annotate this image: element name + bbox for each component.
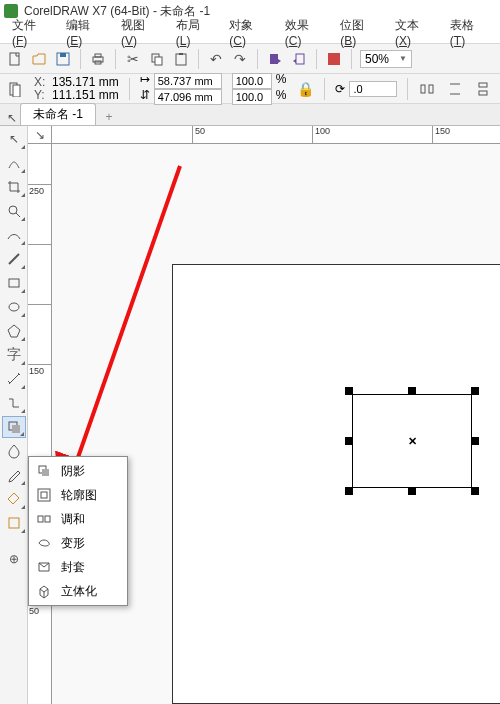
- paste-icon[interactable]: [172, 50, 190, 68]
- handle-top-right[interactable]: [471, 387, 479, 395]
- vertical-ruler[interactable]: 25015010050: [28, 144, 52, 704]
- separator: [129, 78, 130, 100]
- separator: [257, 49, 258, 69]
- svg-rect-17: [479, 83, 487, 87]
- pct-label: %: [276, 73, 287, 89]
- width-input[interactable]: [154, 73, 222, 89]
- save-icon[interactable]: [54, 50, 72, 68]
- open-icon[interactable]: [30, 50, 48, 68]
- flyout-label: 封套: [61, 559, 85, 576]
- undo-icon[interactable]: ↶: [207, 50, 225, 68]
- document-tab[interactable]: 未命名 -1: [20, 103, 96, 125]
- interactive-fill-tool[interactable]: [2, 488, 26, 510]
- ellipse-tool[interactable]: [2, 296, 26, 318]
- caret-down-icon: ▼: [399, 54, 407, 63]
- svg-rect-16: [429, 85, 433, 93]
- handle-bottom-right[interactable]: [471, 487, 479, 495]
- menu-text[interactable]: 文本(X): [387, 15, 442, 50]
- align-icon[interactable]: [474, 80, 492, 98]
- menu-object[interactable]: 对象(C): [221, 15, 276, 50]
- artistic-media-tool[interactable]: [2, 248, 26, 270]
- property-bar: X:135.171 mm Y:111.151 mm ↦ ⇵ % % 🔒 ⟳: [0, 74, 500, 104]
- expand-toolbox-button[interactable]: ⊕: [2, 548, 26, 570]
- handle-middle-left[interactable]: [345, 437, 353, 445]
- menu-view[interactable]: 视图(V): [113, 15, 168, 50]
- crop-tool[interactable]: [2, 176, 26, 198]
- menu-edit[interactable]: 编辑(E): [58, 15, 113, 50]
- handle-middle-right[interactable]: [471, 437, 479, 445]
- eyedropper-tool[interactable]: [2, 464, 26, 486]
- handle-top-middle[interactable]: [408, 387, 416, 395]
- canvas[interactable]: ✕: [52, 144, 500, 704]
- svg-rect-24: [12, 425, 20, 433]
- menu-file[interactable]: 文件(F): [4, 15, 58, 50]
- ruler-corner[interactable]: ↘: [28, 126, 52, 144]
- selected-rectangle[interactable]: ✕: [352, 394, 472, 488]
- flyout-envelope[interactable]: 封套: [29, 555, 127, 579]
- flyout-blend[interactable]: 调和: [29, 507, 127, 531]
- flyout-extrude[interactable]: 立体化: [29, 579, 127, 603]
- menu-bitmap[interactable]: 位图(B): [332, 15, 387, 50]
- pick-tool[interactable]: ↖: [2, 128, 26, 150]
- handle-bottom-middle[interactable]: [408, 487, 416, 495]
- new-icon[interactable]: [6, 50, 24, 68]
- distort-icon: [35, 534, 53, 552]
- svg-point-21: [9, 303, 19, 311]
- page-icon[interactable]: [6, 80, 24, 98]
- lock-ratio-icon[interactable]: 🔒: [296, 80, 314, 98]
- canvas-area: ↘ 50100150 25015010050 ✕: [28, 126, 500, 704]
- handle-top-left[interactable]: [345, 387, 353, 395]
- rotation-group: ⟳: [335, 81, 397, 97]
- svg-rect-15: [421, 85, 425, 93]
- position-group: X:135.171 mm Y:111.151 mm: [34, 76, 119, 102]
- publish-icon[interactable]: [325, 50, 343, 68]
- polygon-tool[interactable]: [2, 320, 26, 342]
- rotation-input[interactable]: [349, 81, 397, 97]
- print-icon[interactable]: [89, 50, 107, 68]
- separator: [115, 49, 116, 69]
- flyout-shadow[interactable]: 阴影: [29, 459, 127, 483]
- redo-icon[interactable]: ↷: [231, 50, 249, 68]
- toolbox: ↖ 字 ⊕: [0, 126, 28, 704]
- svg-rect-30: [38, 516, 43, 522]
- menu-layout[interactable]: 布局(L): [168, 15, 222, 50]
- svg-point-19: [9, 206, 17, 214]
- copy-icon[interactable]: [148, 50, 166, 68]
- add-tab-button[interactable]: +: [100, 109, 118, 125]
- y-value: 111.151 mm: [52, 89, 119, 102]
- drop-shadow-tool[interactable]: [2, 416, 26, 438]
- parallel-dimension-tool[interactable]: [2, 368, 26, 390]
- shape-tool[interactable]: [2, 152, 26, 174]
- height-input[interactable]: [154, 89, 222, 105]
- extrude-icon: [35, 582, 53, 600]
- import-icon[interactable]: [266, 50, 284, 68]
- text-tool[interactable]: 字: [2, 344, 26, 366]
- cut-icon[interactable]: ✂: [124, 50, 142, 68]
- scale-y-input[interactable]: [232, 89, 272, 105]
- separator: [316, 49, 317, 69]
- zoom-combo[interactable]: 50%▼: [360, 50, 412, 68]
- svg-rect-27: [42, 469, 49, 476]
- flyout-contour[interactable]: 轮廓图: [29, 483, 127, 507]
- export-icon[interactable]: [290, 50, 308, 68]
- mirror-v-icon[interactable]: [446, 80, 464, 98]
- workspace: ↖ 字 ⊕ ↘ 50100150 25015010050 ✕: [0, 126, 500, 704]
- zoom-tool[interactable]: [2, 200, 26, 222]
- handle-bottom-left[interactable]: [345, 487, 353, 495]
- mirror-h-icon[interactable]: [418, 80, 436, 98]
- transparency-tool[interactable]: [2, 440, 26, 462]
- flyout-label: 立体化: [61, 583, 97, 600]
- horizontal-ruler[interactable]: 50100150: [52, 126, 500, 144]
- center-mark-icon: ✕: [408, 435, 417, 448]
- connector-tool[interactable]: [2, 392, 26, 414]
- smart-fill-tool[interactable]: [2, 512, 26, 534]
- scale-x-input[interactable]: [232, 73, 272, 89]
- menu-effects[interactable]: 效果(C): [277, 15, 332, 50]
- separator: [324, 78, 325, 100]
- rectangle-tool[interactable]: [2, 272, 26, 294]
- width-icon: ↦: [140, 73, 150, 89]
- menu-table[interactable]: 表格(T): [442, 15, 496, 50]
- freehand-tool[interactable]: [2, 224, 26, 246]
- svg-rect-9: [179, 53, 183, 55]
- flyout-distort[interactable]: 变形: [29, 531, 127, 555]
